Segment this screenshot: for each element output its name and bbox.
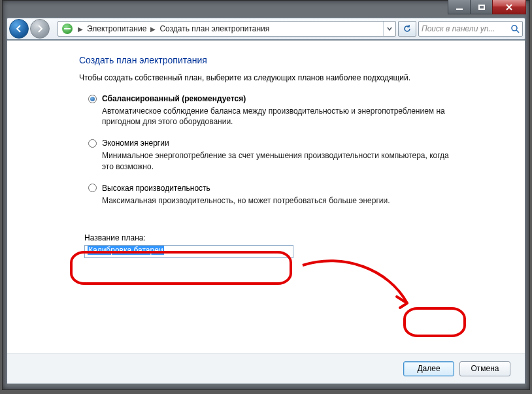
plan-name-input[interactable]: Калибровка батареи bbox=[84, 245, 293, 258]
minimize-button[interactable] bbox=[448, 0, 471, 14]
plan-name-value: Калибровка батареи bbox=[88, 246, 164, 255]
page-title: Создать план электропитания bbox=[79, 55, 461, 65]
window: ▶ Электропитание ▶ Создать план электроп… bbox=[2, 0, 530, 390]
plan-radio-saver[interactable] bbox=[88, 139, 97, 148]
back-button[interactable] bbox=[9, 19, 29, 39]
client-area: Создать план электропитания Чтобы создат… bbox=[7, 40, 525, 384]
plan-description: Автоматическое соблюдение баланса между … bbox=[102, 106, 461, 127]
svg-point-0 bbox=[512, 25, 517, 31]
address-history-dropdown[interactable] bbox=[383, 22, 395, 36]
chevron-right-icon: ▶ bbox=[149, 25, 157, 33]
plan-description: Максимальная производительность, но може… bbox=[102, 195, 461, 206]
plan-title[interactable]: Сбалансированный (рекомендуется) bbox=[102, 94, 246, 103]
search-icon[interactable] bbox=[510, 24, 520, 33]
plan-name-label: Название плана: bbox=[84, 233, 461, 242]
dialog-footer: Далее Отмена bbox=[7, 353, 525, 384]
plan-description: Минимальное энергопотребление за счет ум… bbox=[102, 150, 461, 171]
page-intro: Чтобы создать собственный план, выберите… bbox=[79, 73, 461, 82]
refresh-icon bbox=[403, 24, 412, 33]
plan-title[interactable]: Высокая производительность bbox=[102, 184, 210, 193]
plan-option-high: Высокая производительность Максимальная … bbox=[88, 184, 461, 206]
search-input[interactable]: Поиск в панели уп... bbox=[418, 21, 523, 37]
navigation-bar: ▶ Электропитание ▶ Создать план электроп… bbox=[7, 18, 525, 40]
cancel-button[interactable]: Отмена bbox=[459, 361, 510, 376]
plan-title[interactable]: Экономия энергии bbox=[102, 139, 169, 148]
maximize-button[interactable] bbox=[470, 0, 493, 14]
search-placeholder: Поиск в панели уп... bbox=[422, 24, 510, 33]
plan-radio-balanced[interactable] bbox=[88, 95, 97, 103]
refresh-button[interactable] bbox=[398, 21, 416, 37]
plan-option-saver: Экономия энергии Минимальное энергопотре… bbox=[88, 139, 461, 171]
close-button[interactable] bbox=[492, 0, 526, 14]
plan-option-balanced: Сбалансированный (рекомендуется) Автомат… bbox=[88, 94, 461, 127]
chevron-right-icon: ▶ bbox=[76, 25, 84, 33]
chevron-down-icon bbox=[387, 26, 392, 31]
breadcrumb-item[interactable]: Электропитание bbox=[84, 24, 149, 33]
close-icon bbox=[505, 3, 513, 11]
forward-button[interactable] bbox=[30, 19, 50, 39]
breadcrumb-item[interactable]: Создать план электропитания bbox=[157, 24, 272, 33]
address-bar[interactable]: ▶ Электропитание ▶ Создать план электроп… bbox=[58, 21, 396, 37]
arrow-right-icon bbox=[35, 24, 44, 33]
control-panel-icon bbox=[62, 24, 73, 34]
next-button[interactable]: Далее bbox=[403, 361, 454, 376]
arrow-left-icon bbox=[14, 24, 24, 33]
plan-radio-high[interactable] bbox=[88, 184, 97, 192]
window-caption-buttons bbox=[448, 0, 526, 14]
